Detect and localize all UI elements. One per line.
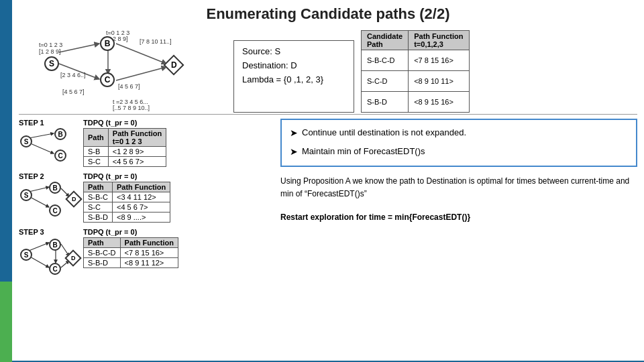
step3-table: Path Path Function S-B-C-D <7 8 15 16> [83,237,178,268]
svg-line-2 [116,44,166,64]
candidate-table-row-2: S-B-D <8 9 15 16> [362,92,470,113]
bullet-1: ➤ Maintain min of ForecastEDT()s [290,144,628,160]
step3-path-0: S-B-C-D [84,248,121,258]
candidate-func-0: <7 8 15 16> [409,50,469,71]
step2-th-path: Path [84,182,113,192]
candidate-func-2: <8 9 15 16> [409,92,469,113]
bullet-text-1: Maintain min of ForecastEDT()s [302,144,425,159]
step2-tdpq-label: TDPQ (t_pr = 0) [83,172,170,180]
candidate-path-2: S-B-D [362,92,409,113]
bullet-icon-1: ➤ [290,144,298,160]
candidate-path-0: S-B-C-D [362,50,409,71]
steps-left: STEP 1 [19,119,274,283]
step1-func-1: <4 5 6 7> [108,157,166,167]
step1-graph: S B C [19,128,72,165]
step3-left: STEP 3 [19,228,79,278]
step2-tr-2: S-B-D <8 9 ....> [84,213,170,223]
step3-th-func: Path Function [120,238,178,248]
step1-tr-0: S-B <1 2 8 9> [84,147,166,157]
candidate-path-1: S-C-D [362,71,409,92]
step1-tr-1: S-C <4 5 6 7> [84,157,166,167]
bullet-text-0: Continue until destination is not expand… [302,125,466,140]
info-para1: Using Proposition A we know the path to … [280,172,637,203]
svg-text:[2 3 4 6..]: [2 3 4 6..] [60,72,86,78]
step1-node-C: C [54,149,66,162]
step3-block: STEP 3 [19,228,274,278]
t-label: t=0 1 2 3[1 2 8 9] [39,42,62,55]
page-title: Enumerating Candidate paths (2/2) [12,0,644,25]
node-C: C [100,72,115,87]
step3-node-C: C [49,263,61,275]
svg-line-3 [116,67,166,80]
step3-tdpq-label: TDPQ (t_pr = 0) [83,228,178,236]
step3-func-0: <7 8 15 16> [120,248,178,258]
step1-func-0: <1 2 8 9> [108,147,166,157]
svg-text:[4 5 6 7]: [4 5 6 7] [118,83,140,90]
step2-node-B: B [49,182,61,194]
step2-block: STEP 2 [19,172,274,223]
graph-area: t=0 1 2 3 [1 2 8 9] [2 3 4 6..] [4 5 6 7… [19,27,227,113]
svg-line-17 [29,196,49,207]
candidate-table: CandidatePath Path Functiont=0,1,2,3 S-B… [361,30,470,113]
top-section: t=0 1 2 3 [1 2 8 9] [2 3 4 6..] [4 5 6 7… [12,27,644,113]
info-para1-text: Using Proposition A we know the path to … [280,176,629,198]
step2-left: STEP 2 [19,172,79,219]
main-content: Enumerating Candidate paths (2/2) [12,0,644,362]
step2-node-S: S [20,189,32,201]
step2-row: STEP 2 [19,172,274,223]
step1-tdpq: TDPQ (t_pr = 0) Path Path Functiont=0 1 … [83,119,166,167]
step1-th-func: Path Functiont=0 1 2 3 [108,129,166,147]
candidate-table-row-1: S-C-D <8 9 10 11> [362,71,470,92]
step2-tr-1: S-C <4 5 6 7> [84,202,170,213]
svg-text:[..5 7 8 9 10..]: [..5 7 8 9 10..] [113,105,150,111]
step1-left: STEP 1 [19,119,79,165]
node-S: S [44,56,59,71]
step3-graph: S B D C [19,237,79,278]
step1-row: STEP 1 [19,119,274,167]
step2-tdpq: TDPQ (t_pr = 0) Path Path Function S- [83,172,170,223]
step2-path-0: S-B-C [84,192,113,202]
horizontal-divider-1 [19,114,637,115]
step1-path-1: S-C [84,157,109,167]
svg-line-20 [29,256,49,267]
svg-line-0 [59,44,99,52]
step2-path-2: S-B-D [84,213,113,223]
right-info: ➤ Continue until destination is not expa… [280,119,637,283]
step1-table: Path Path Functiont=0 1 2 3 S-B <1 2 8 9… [83,128,166,167]
info-para2-text: Restart exploration for time = min{Forec… [280,213,470,222]
steps-section: STEP 1 [12,116,644,283]
svg-text:[7 8 10 11..]: [7 8 10 11..] [140,38,172,45]
step3-node-B: B [49,239,61,251]
step2-graph: S B D C [19,182,79,219]
node-B: B [100,36,115,51]
source-box: Source: S Destination: D Lambda = {0 ,1,… [233,40,354,113]
step3-func-1: <8 9 11 12> [120,258,178,268]
step3-row: STEP 3 [19,228,274,278]
step1-tdpq-label: TDPQ (t_pr = 0) [83,119,166,127]
candidate-table-row-0: S-B-C-D <7 8 15 16> [362,50,470,71]
svg-line-18 [29,243,49,251]
bullet-0: ➤ Continue until destination is not expa… [290,125,628,141]
step2-th-func: Path Function [112,182,170,192]
step2-func-0: <3 4 11 12> [112,192,170,202]
step2-func-1: <4 5 6 7> [112,202,170,213]
svg-text:[4 5 6 7]: [4 5 6 7] [62,88,85,95]
source-line2: Destination: D [242,59,345,73]
step2-func-2: <8 9 ....> [112,213,170,223]
candidate-func-1: <8 9 10 11> [409,71,469,92]
info-para2: Restart exploration for time = min{Forec… [280,208,637,227]
step3-tr-1: S-B-D <8 9 11 12> [84,258,178,268]
info-box-blue: ➤ Continue until destination is not expa… [280,119,637,167]
step3-tdpq: TDPQ (t_pr = 0) Path Path Function S- [83,228,178,268]
bullet-icon-0: ➤ [290,125,298,141]
left-color-bar [0,0,12,362]
source-line1: Source: S [242,45,345,59]
step2-node-C: C [49,204,61,217]
step2-table: Path Path Function S-B-C <3 4 11 12> [83,182,170,223]
step2-label: STEP 2 [19,172,79,180]
step2-tr-0: S-B-C <3 4 11 12> [84,192,170,202]
candidate-table-header-1: Path Functiont=0,1,2,3 [409,31,469,50]
step1-node-S: S [20,135,32,147]
svg-line-13 [29,133,54,138]
candidate-table-header-0: CandidatePath [362,31,409,50]
